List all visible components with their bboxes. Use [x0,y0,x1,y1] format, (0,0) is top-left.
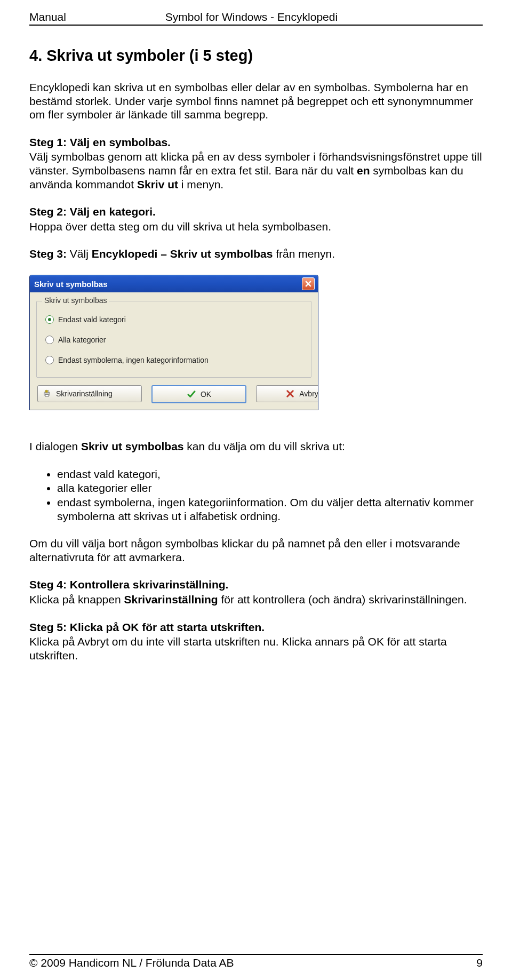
groupbox-legend: Skriv ut symbolbas [42,296,109,305]
options-list: endast vald kategori, alla kategorier el… [57,467,483,523]
text: kan du välja om du vill skriva ut: [184,440,345,452]
ok-button[interactable]: OK [151,385,246,403]
radio-icon [45,336,54,344]
deselect-paragraph: Om du vill välja bort någon symbolbas kl… [29,537,483,564]
check-icon [187,389,196,399]
step3-text: Steg 3: Välj Encyklopedi – Skriv ut symb… [29,247,483,261]
radio-label: Endast vald kategori [58,315,126,324]
page-footer: © 2009 Handicom NL / Frölunda Data AB 9 [29,954,483,969]
button-label: Avbryt [299,389,318,398]
text: Välj [70,248,92,260]
list-item: endast vald kategori, [57,467,483,481]
step2-heading: Steg 2: Välj en kategori. [29,205,483,219]
intro-paragraph: Encyklopedi kan skriva ut en symbolbas e… [29,81,483,122]
dialog-title: Skriv ut symbolbas [34,280,108,289]
step1-text: Välj symbolbas genom att klicka på en av… [29,150,483,191]
after-dialog-intro: I dialogen Skriv ut symbolbas kan du väl… [29,440,483,453]
text: I dialogen [29,440,81,452]
dialog-body: Skriv ut symbolbas Endast vald kategori … [30,292,318,410]
section-title: 4. Skriva ut symboler (i 5 steg) [29,47,483,65]
text-bold: Steg 3: [29,248,70,260]
close-icon [305,280,311,289]
text: från menyn. [273,248,335,260]
svg-rect-2 [45,395,49,397]
printer-icon [42,389,52,399]
radio-option-selected-category[interactable]: Endast vald kategori [45,315,303,324]
radio-icon [45,356,54,364]
step4-text: Klicka på knappen Skrivarinställning för… [29,593,483,607]
dialog-groupbox: Skriv ut symbolbas Endast vald kategori … [36,301,311,378]
list-item: endast symbolerna, ingen kategoriinforma… [57,496,483,523]
step5-heading: Steg 5: Klicka på OK för att starta utsk… [29,620,483,634]
step1-heading: Steg 1: Välj en symbolbas. [29,136,483,149]
header-left: Manual [29,11,66,23]
header-spacer [437,11,483,23]
close-button[interactable] [302,277,315,290]
step5-text: Klicka på Avbryt om du inte vill starta … [29,635,483,662]
button-label: Skrivarinställning [56,389,113,398]
step4-heading: Steg 4: Kontrollera skrivarinställning. [29,578,483,592]
radio-label: Endast symbolerna, ingen kategorinformat… [58,356,209,364]
printer-settings-button[interactable]: Skrivarinställning [37,385,142,402]
radio-option-all-categories[interactable]: Alla kategorier [45,336,303,344]
text: i menyn. [178,178,223,190]
print-dialog: Skriv ut symbolbas Skriv ut symbolbas En… [29,275,318,410]
radio-label: Alla kategorier [58,336,106,344]
dialog-titlebar[interactable]: Skriv ut symbolbas [30,275,318,292]
step2-text: Hoppa över detta steg om du vill skriva … [29,220,483,234]
x-icon [285,389,295,399]
text: Klicka på knappen [29,593,124,605]
header-center: Symbol for Windows - Encyklopedi [165,11,338,23]
list-item: alla kategorier eller [57,481,483,495]
button-label: OK [201,390,211,399]
radio-option-symbols-only[interactable]: Endast symbolerna, ingen kategorinformat… [45,356,303,364]
footer-page-number: 9 [476,957,483,969]
text-bold: Skriv ut symbolbas [81,440,184,452]
dialog-button-row: Skrivarinställning OK Avbryt [36,385,311,403]
page-header: Manual Symbol for Windows - Encyklopedi [29,11,483,26]
text-bold: Skriv ut [137,178,178,190]
text: för att kontrollera (och ändra) skrivari… [218,593,467,605]
text-bold: Skrivarinställning [124,593,218,605]
radio-icon [45,315,54,324]
text-bold: Encyklopedi – Skriv ut symbolbas [92,248,273,260]
text-bold: en [357,164,370,177]
cancel-button[interactable]: Avbryt [256,385,318,402]
footer-left: © 2009 Handicom NL / Frölunda Data AB [29,957,234,969]
